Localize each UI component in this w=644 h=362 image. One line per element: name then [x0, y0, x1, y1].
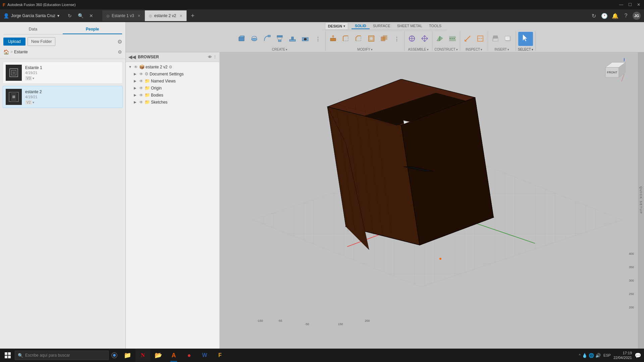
systray-arrow[interactable]: ^: [579, 353, 581, 357]
tool-combine[interactable]: [378, 34, 390, 44]
taskbar-app-circle[interactable]: ●: [182, 349, 197, 362]
search-icon[interactable]: 🔍: [77, 12, 84, 19]
tool-chamfer[interactable]: [353, 34, 365, 44]
tree-root[interactable]: ▼ 👁 📦 estante 2 v2 ⚙: [127, 63, 218, 70]
taskbar-app-netflix[interactable]: N: [136, 349, 150, 362]
tab-estante1[interactable]: ◎ Estante 1 v3 ✕: [102, 10, 145, 21]
tab-sheet-metal[interactable]: SHEET METAL: [394, 23, 426, 29]
tab-people[interactable]: People: [63, 25, 122, 34]
tool-joint[interactable]: [406, 34, 418, 44]
tool-more[interactable]: ⋮: [312, 35, 324, 43]
quick-setup-panel[interactable]: QUICK SETUP: [638, 52, 644, 349]
tab2-close[interactable]: ✕: [179, 14, 182, 18]
tree-named-views-arrow[interactable]: ▶: [134, 79, 139, 83]
tab-data[interactable]: Data: [3, 25, 63, 34]
bell-icon[interactable]: 🔔: [611, 12, 619, 20]
tool-section-analysis[interactable]: [474, 34, 486, 44]
tree-named-views-vis[interactable]: 👁: [139, 79, 145, 83]
browser-menu-icon[interactable]: ⋮: [213, 55, 217, 59]
view-cube[interactable]: FRONT Z: [599, 57, 626, 84]
taskbar-app-files[interactable]: 📂: [151, 349, 166, 362]
taskbar-app-explorer[interactable]: 📁: [120, 349, 135, 362]
version-arrow-estante1[interactable]: ▾: [33, 76, 34, 80]
tree-origin[interactable]: ▶ 👁 📁 Origin: [132, 84, 218, 92]
tool-measure[interactable]: [462, 34, 474, 44]
taskbar-start-button[interactable]: [1, 349, 14, 362]
taskbar-app-word[interactable]: W: [197, 349, 212, 362]
tool-attached-canvas[interactable]: [502, 34, 514, 44]
upload-button[interactable]: Upload: [3, 38, 25, 46]
restore-button[interactable]: ☐: [627, 2, 633, 7]
systray-network[interactable]: 🌐: [589, 353, 594, 358]
tool-revolve[interactable]: [248, 34, 260, 44]
systray-speaker[interactable]: 🔊: [595, 353, 601, 358]
tree-root-vis[interactable]: 👁: [134, 65, 139, 69]
tool-more-modify[interactable]: ⋮: [391, 35, 403, 43]
attached-canvas-icon: [504, 35, 512, 43]
viewport-3d[interactable]: FRONT Z QUICK SETUP 4: [220, 52, 644, 349]
refresh-icon[interactable]: ↻: [590, 12, 598, 20]
browser-toggle[interactable]: ◀◀: [128, 54, 136, 60]
viewport[interactable]: FRONT Z QUICK SETUP 4: [220, 52, 644, 349]
new-folder-button[interactable]: New Folder: [28, 37, 55, 46]
file-item-estante1[interactable]: Estante 1 4/19/21 V3 ▾: [3, 62, 123, 84]
tree-bodies[interactable]: ▶ 👁 📁 Bodies: [132, 92, 218, 99]
tree-doc-arrow[interactable]: ▶: [134, 72, 139, 76]
tab-solid[interactable]: SOLID: [352, 23, 370, 29]
folder-settings-icon[interactable]: ⚙: [118, 49, 122, 55]
tree-doc-settings[interactable]: ▶ 👁 ⚙ Document Settings: [132, 70, 218, 77]
taskbar-clock[interactable]: 17:19 22/04/2021: [613, 351, 632, 360]
design-button[interactable]: DESIGN ▾: [325, 22, 348, 30]
user-avatar[interactable]: JG: [633, 12, 641, 20]
close-button[interactable]: ✕: [636, 2, 641, 7]
home-icon[interactable]: 🏠: [3, 49, 9, 55]
tool-rib[interactable]: [286, 34, 299, 44]
breadcrumb-folder[interactable]: Estante: [14, 50, 28, 54]
tool-loft[interactable]: [274, 34, 286, 44]
snap-point: [439, 258, 441, 260]
tool-plane-at-angle[interactable]: [434, 34, 446, 44]
tool-extrude[interactable]: [235, 34, 248, 44]
minimize-button[interactable]: —: [619, 2, 624, 7]
tree-bodies-vis[interactable]: 👁: [139, 93, 145, 98]
tool-fillet[interactable]: [340, 34, 352, 44]
sync-icon[interactable]: ↻: [66, 12, 73, 19]
tree-named-views[interactable]: ▶ 👁 📁 Named Views: [132, 77, 218, 84]
tool-select[interactable]: [518, 32, 533, 46]
tree-origin-arrow[interactable]: ▶: [134, 86, 139, 90]
taskbar-cortana[interactable]: [109, 350, 119, 360]
tool-sweep[interactable]: [261, 34, 273, 44]
panel-settings-icon[interactable]: ⚙: [117, 39, 122, 45]
tool-midplane[interactable]: [446, 34, 459, 44]
tab-surface[interactable]: SURFACE: [370, 23, 394, 29]
tool-hole[interactable]: [299, 34, 311, 44]
tree-bodies-arrow[interactable]: ▶: [134, 93, 139, 97]
clock-icon[interactable]: 🕐: [600, 12, 608, 20]
help-icon[interactable]: ?: [622, 12, 630, 20]
taskbar-search[interactable]: 🔍 Escribe aquí para buscar: [15, 351, 109, 360]
tree-origin-vis[interactable]: 👁: [139, 86, 145, 90]
tab-tools[interactable]: TOOLS: [426, 23, 445, 29]
tool-shell[interactable]: [365, 34, 377, 44]
user-info[interactable]: 👤 Jorge Garcia Santa Cruz ▾: [3, 13, 59, 18]
taskbar-notify[interactable]: 💬: [633, 351, 643, 360]
systray-dropbox[interactable]: 💧: [582, 353, 587, 358]
tree-sketches-arrow[interactable]: ▶: [134, 100, 139, 104]
tab-estante2[interactable]: ◎ estante 2 v2 ✕: [145, 10, 187, 21]
close-icon[interactable]: ✕: [88, 12, 95, 19]
tool-move[interactable]: [419, 34, 431, 44]
tree-sketches-vis[interactable]: 👁: [139, 100, 145, 105]
taskbar-app-f[interactable]: F: [213, 349, 227, 362]
version-arrow-estante2[interactable]: ▾: [33, 101, 34, 104]
tab1-close[interactable]: ✕: [138, 14, 141, 18]
tree-doc-vis[interactable]: 👁: [139, 72, 145, 76]
file-item-estante2[interactable]: estante 2 4/19/21 V2 ▾: [3, 86, 123, 108]
tree-root-arrow[interactable]: ▼: [128, 65, 134, 69]
taskbar-lang[interactable]: ESP: [603, 353, 611, 357]
tool-insert-mesh[interactable]: [489, 34, 501, 44]
taskbar-app-autodesk[interactable]: A: [166, 349, 181, 362]
browser-eye-icon[interactable]: 👁: [208, 55, 212, 59]
tool-press-pull[interactable]: [327, 34, 339, 44]
new-tab-button[interactable]: +: [188, 12, 197, 19]
tree-sketches[interactable]: ▶ 👁 📁 Sketches: [132, 99, 218, 106]
